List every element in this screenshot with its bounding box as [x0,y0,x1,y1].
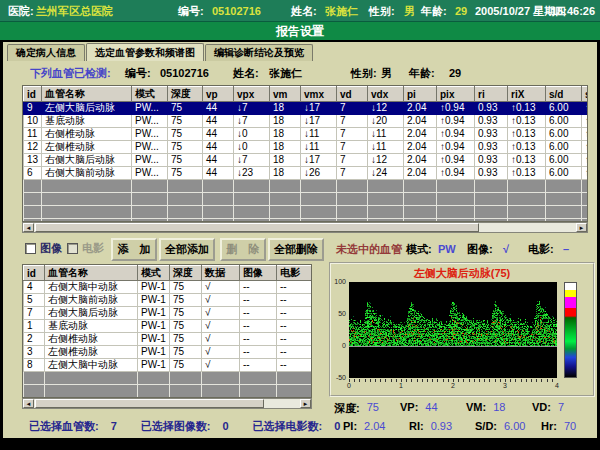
table-cell[interactable]: ↓7 [234,115,270,128]
table-cell[interactable]: ↑0.13 [508,167,546,180]
table-cell[interactable]: 18 [270,128,301,141]
table-cell[interactable]: 6.00 [546,128,582,141]
table-cell[interactable]: -- [277,333,312,346]
table-cell[interactable]: √ [202,320,240,333]
table-cell[interactable]: 75 [168,102,203,115]
table-cell[interactable]: 5 [24,294,45,307]
table-cell[interactable]: 10 [24,115,42,128]
table-cell[interactable]: ↑ [582,115,589,128]
tab-diagnosis-preview[interactable]: 编辑诊断结论及预览 [205,44,313,61]
table-row[interactable]: 2右侧椎动脉PW-175√---- [24,333,312,346]
table-row[interactable]: 12左侧椎动脉PW...7544↓018↓117↓112.04↑0.940.93… [24,141,589,154]
table-cell[interactable]: ↑0.13 [508,102,546,115]
table-cell[interactable]: ↓11 [301,141,337,154]
table-cell[interactable]: ↓7 [234,154,270,167]
movie-checkbox[interactable] [67,243,78,254]
table-cell[interactable]: 0.93 [475,102,508,115]
table-cell[interactable]: PW-1 [138,320,170,333]
table-cell[interactable]: 9 [24,102,42,115]
table-cell[interactable]: ↓26 [301,167,337,180]
table-cell[interactable]: 2.04 [404,115,437,128]
table-cell[interactable]: 6.00 [546,115,582,128]
table-cell[interactable]: 7 [337,115,368,128]
table-cell[interactable]: 右侧大脑后动脉 [42,154,132,167]
table-cell[interactable]: √ [202,333,240,346]
table-cell[interactable]: ↓20 [368,115,404,128]
table-cell[interactable]: 11 [24,128,42,141]
table-cell[interactable]: PW-1 [138,307,170,320]
table-row[interactable]: 13右侧大脑后动脉PW...7544↓718↓177↓122.04↑0.940.… [24,154,589,167]
add-button[interactable]: 添 加 [111,238,157,261]
table-cell[interactable]: -- [240,307,277,320]
table-cell[interactable]: 75 [168,115,203,128]
table-cell[interactable]: -- [240,333,277,346]
table-cell[interactable]: 44 [203,154,234,167]
table-cell[interactable]: 7 [337,167,368,180]
table-cell[interactable]: 左侧大脑中动脉 [45,359,138,372]
table-cell[interactable]: 右侧大脑前动脉 [45,294,138,307]
table-cell[interactable]: 75 [168,141,203,154]
table-row[interactable]: 1基底动脉PW-175√---- [24,320,312,333]
table-cell[interactable]: √ [202,294,240,307]
table-cell[interactable]: -- [277,294,312,307]
table-cell[interactable]: PW-1 [138,294,170,307]
tab-patient-info[interactable]: 确定病人信息 [7,44,85,61]
table-cell[interactable]: ↓11 [368,141,404,154]
table-cell[interactable]: 2.04 [404,167,437,180]
table-cell[interactable]: PW... [132,167,168,180]
table-cell[interactable]: ↑0.94 [437,102,475,115]
table-cell[interactable]: 18 [270,154,301,167]
table-cell[interactable]: ↓0 [234,141,270,154]
table-cell[interactable]: √ [202,359,240,372]
table-row[interactable]: 9左侧大脑后动脉PW...7544↓718↓177↓122.04↑0.940.9… [24,102,589,115]
table-cell[interactable]: ↑0.94 [437,128,475,141]
table-cell[interactable]: 2.04 [404,128,437,141]
scroll-track[interactable] [34,399,300,408]
scroll-thumb[interactable] [35,399,264,408]
scroll-left-button[interactable]: ◄ [23,399,34,408]
table-row[interactable]: 11右侧椎动脉PW...7544↓018↓117↓112.04↑0.940.93… [24,128,589,141]
scroll-left-button[interactable]: ◄ [23,223,34,232]
table-row[interactable]: 6右侧大脑前动脉PW...7544↓2318↓267↓242.04↑0.940.… [24,167,589,180]
table-cell[interactable]: -- [240,281,277,294]
table-cell[interactable]: 75 [170,359,202,372]
table-cell[interactable]: 4 [24,281,45,294]
table-cell[interactable]: 18 [270,141,301,154]
table-cell[interactable]: 8 [24,359,45,372]
table-cell[interactable]: 75 [170,281,202,294]
table-cell[interactable]: ↑ [582,128,589,141]
selected-table-hscrollbar[interactable]: ◄ ► [22,398,312,409]
table-cell[interactable]: ↓11 [368,128,404,141]
table-cell[interactable]: ↑0.94 [437,141,475,154]
table-cell[interactable]: ↑ [582,102,589,115]
table-cell[interactable]: 7 [337,128,368,141]
table-cell[interactable]: 左侧椎动脉 [45,346,138,359]
table-cell[interactable]: 44 [203,167,234,180]
detected-table-hscrollbar[interactable]: ◄ ► [22,222,588,233]
table-cell[interactable]: PW... [132,115,168,128]
table-cell[interactable]: 右侧椎动脉 [42,128,132,141]
table-row[interactable]: 7右侧大脑后动脉PW-175√---- [24,307,312,320]
table-cell[interactable]: ↓24 [368,167,404,180]
table-cell[interactable]: ↑0.13 [508,115,546,128]
table-cell[interactable]: ↑0.13 [508,141,546,154]
table-cell[interactable]: -- [240,359,277,372]
table-cell[interactable]: 75 [168,154,203,167]
table-cell[interactable]: PW-1 [138,333,170,346]
table-cell[interactable]: 75 [170,320,202,333]
table-cell[interactable]: PW... [132,141,168,154]
table-cell[interactable]: 7 [337,154,368,167]
table-cell[interactable]: 左侧大脑后动脉 [42,102,132,115]
table-cell[interactable]: 75 [168,128,203,141]
table-cell[interactable]: 13 [24,154,42,167]
table-cell[interactable]: -- [277,320,312,333]
table-cell[interactable]: ↓0 [234,128,270,141]
table-cell[interactable]: ↓12 [368,102,404,115]
delete-all-button[interactable]: 全部删除 [268,238,324,261]
table-cell[interactable]: ↓17 [301,154,337,167]
table-cell[interactable]: ↑0.94 [437,115,475,128]
table-cell[interactable]: ↓12 [368,154,404,167]
tab-vessel-params[interactable]: 选定血管参数和频谱图 [86,43,204,61]
table-row[interactable]: 5右侧大脑前动脉PW-175√---- [24,294,312,307]
table-cell[interactable]: -- [277,359,312,372]
